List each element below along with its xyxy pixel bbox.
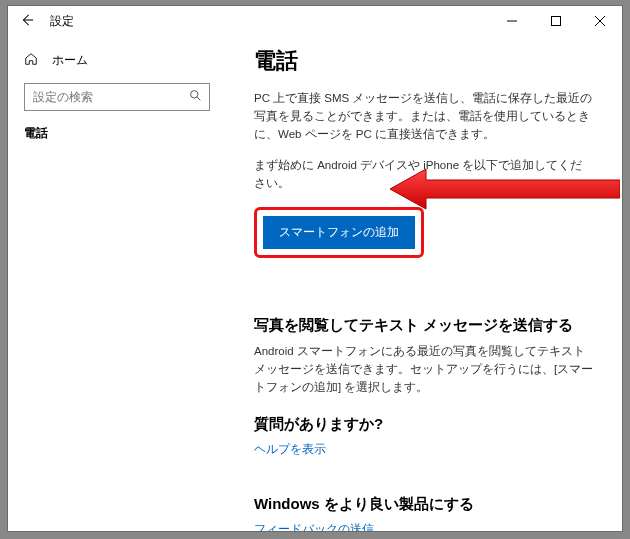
window-title: 設定 xyxy=(50,13,74,30)
add-smartphone-button[interactable]: スマートフォンの追加 xyxy=(263,216,415,249)
back-arrow-icon xyxy=(20,13,34,30)
sidebar-item-phone[interactable]: 電話 xyxy=(8,115,226,152)
close-button[interactable] xyxy=(578,6,622,36)
minimize-button[interactable] xyxy=(490,6,534,36)
back-button[interactable] xyxy=(12,6,42,36)
maximize-button[interactable] xyxy=(534,6,578,36)
window-body: ホーム 電話 電話 PC 上で直接 SMS メッセージを送信し、電話に保存した最… xyxy=(8,36,622,531)
search-input[interactable] xyxy=(24,83,210,111)
section-help-title: 質問がありますか? xyxy=(254,415,594,434)
page-title: 電話 xyxy=(254,46,594,76)
help-link[interactable]: ヘルプを表示 xyxy=(254,442,326,457)
feedback-link[interactable]: フィードバックの送信 xyxy=(254,522,374,532)
highlight-box: スマートフォンの追加 xyxy=(254,207,424,258)
description-2: まず始めに Android デバイスや iPhone を以下で追加してください。 xyxy=(254,157,594,193)
home-label: ホーム xyxy=(52,52,88,69)
svg-line-6 xyxy=(197,97,200,100)
titlebar: 設定 xyxy=(8,6,622,36)
section-feedback-title: Windows をより良い製品にする xyxy=(254,495,594,514)
search-container xyxy=(8,75,226,115)
sidebar-item-label: 電話 xyxy=(24,126,48,140)
svg-point-5 xyxy=(191,91,198,98)
main-content: 電話 PC 上で直接 SMS メッセージを送信し、電話に保存した最近の写真を見る… xyxy=(226,36,622,531)
description-1: PC 上で直接 SMS メッセージを送信し、電話に保存した最近の写真を見ることが… xyxy=(254,90,594,143)
home-icon xyxy=(24,52,38,69)
svg-rect-2 xyxy=(552,17,561,26)
section-photos-title: 写真を閲覧してテキスト メッセージを送信する xyxy=(254,316,594,335)
home-nav[interactable]: ホーム xyxy=(8,46,226,75)
window-controls xyxy=(490,6,622,36)
section-photos-desc: Android スマートフォンにある最近の写真を閲覧してテキスト メッセージを送… xyxy=(254,343,594,396)
search-icon xyxy=(189,89,202,105)
sidebar: ホーム 電話 xyxy=(8,36,226,531)
settings-window: 設定 ホーム xyxy=(7,5,623,532)
